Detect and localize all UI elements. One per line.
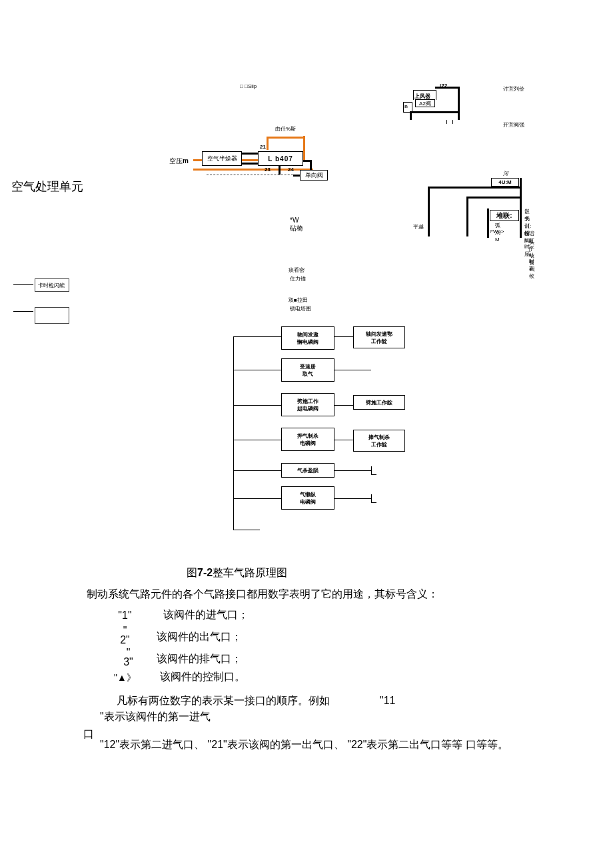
dual-connect-label: 堆联: [496,211,512,220]
ladder-3a: 劈施工作 [297,398,318,405]
pneumatic-diagram: □ □Slip |22 上风器 A2阀 n 讨宜列价 开宜阀强 空压m 空气半燥… [0,73,613,546]
ladder-4d: 工作靛 [371,441,387,448]
air-compressor-prefix: 空压 [169,157,183,165]
orange-line-bottom [193,169,313,171]
4um-box: 4U:M [491,178,519,187]
air-filter-box: 空气半燥器 [202,151,242,166]
body-height-reduce: 开宜阀强 [503,121,524,129]
footer-paragraph: 凡标有两位数字的表示某一接口的顺序。例如 "11 "表示该阀件的第一进气 口 "… [80,693,540,753]
div-23-24 [279,165,281,175]
small-inlet-label: n [404,103,408,109]
air-compressor-label: 空压m [169,157,189,166]
port-2-desc: 该阀件的出气口； [157,630,242,644]
port-1-num: "1" [107,608,143,622]
w-label: *W [290,217,303,224]
to-valve-h [303,160,310,162]
ladder-3b: 赵电磷阀 [297,405,318,412]
port-21-label: 21 [260,144,266,150]
air-compressor-suffix: m [183,157,189,165]
ladder-6a: 气懒纵 [300,491,316,498]
ladder-4b: 电磷阀 [300,440,316,447]
top-line-h1 [435,87,458,89]
body-height-adj: 讨宜列价 [503,85,524,93]
lb407-label: L b407 [268,155,293,163]
ladder-1b: 懈电磷阀 [297,338,318,346]
top-right-cluster: |22 上风器 A2阀 n [410,83,476,120]
flat-over-label: 平越 [413,223,424,230]
ladder-6b: 电磷阀 [300,498,316,506]
dual-connect-box: 堆联: [490,210,519,221]
ladder-5a: 气杀盈陨 [297,467,318,474]
connector-h1 [242,153,259,155]
top-right-shape-1 [413,90,436,100]
port-3-num: " 3" [107,648,143,666]
ladder-3c: 劈施工作靛 [366,399,392,406]
port-23-label: 23 [265,167,271,173]
rm-left-bracket [487,209,489,238]
a2-valve-label: A2阀 [419,100,431,107]
ladder-1a: 轴间发遨 [297,331,318,338]
port-4-desc: 该阀件的控制口。 [160,670,245,684]
port-24-label: 24 [288,167,294,173]
top-line-v2 [410,111,412,120]
lb407-box: L b407 [258,151,303,166]
slip-label: □ □Slip [240,83,257,89]
w-drill-group: *W 砧椅 [290,217,303,233]
port-4-num: "▲》 [107,670,143,684]
caption-suffix: 整车气路原理图 [213,567,287,578]
intro-text: 制动系统气路元件的各个气路接口都用数字表明了它的用途，其标号含义： [87,586,540,602]
rm-line-v2 [520,178,522,238]
rm-line-h1 [428,187,521,189]
ladder-2a: 受速册 [300,363,316,370]
dual-solenoid-label: 双■拉田 [289,296,308,304]
port-3-desc: 该阀件的排气口； [157,652,242,666]
footer-1a: 凡标有两位数字的表示某一接口的顺序。例如 [117,695,330,706]
4um-label: 4U:M [498,179,512,185]
right-note-4: 头 [;皱售T:; [529,238,534,272]
top-line-v1 [458,87,460,120]
pressure-locker-label: 住力锚 [290,275,306,282]
orange-line-v1 [303,136,305,161]
port-2-num: " 2" [107,626,143,644]
ladder-4a: 押气制杀 [297,432,318,440]
top-line-h2 [410,111,460,113]
orange-line-v2 [267,137,269,150]
port-definitions: "1" 该阀件的进气口； " 2" 该阀件的出气口； " 3" 该阀件的排气口；… [107,606,506,686]
dual-wo-label: l*Wo> [490,228,504,234]
lock-coil-label: 锁电塔图 [290,305,311,312]
rm-line-v1 [428,187,430,236]
figure-caption: 图7-2整车气路原理图 [187,566,287,580]
ladder-2b: 取气 [303,370,313,378]
footer-1b: "11 [380,693,395,709]
drill-chair-label: 砧椅 [290,224,303,233]
rm-line-v3 [466,197,468,236]
top-stub [446,120,453,124]
air-filter-label: 空气半燥器 [207,155,237,163]
ladder-4c: 捧气制杀 [368,434,390,441]
pain-label: 痰看密 [289,266,305,274]
port-1-desc: 该阀件的进气口； [163,608,249,622]
footer-2: "表示该阀件的第一进气 [100,709,540,725]
by-ft-label: 由任%斯 [275,125,296,133]
footer-4: "12"表示第二进气口、 "21"表示该阀的第一出气口、 "22"表示第二出气口… [100,737,540,753]
rm-line-h2 [466,197,520,199]
a2-valve-box: A2阀 [415,99,435,107]
single-valve-box: 单向阀 [300,170,328,181]
ladder-1d: 工作靛 [371,338,387,345]
single-valve-label: 单向阀 [305,171,323,180]
dashed-line [207,175,300,175]
orange-line-h2 [267,137,303,139]
connector-h2 [242,163,259,165]
ladder-1c: 轴间发遨鄂 [366,330,392,338]
